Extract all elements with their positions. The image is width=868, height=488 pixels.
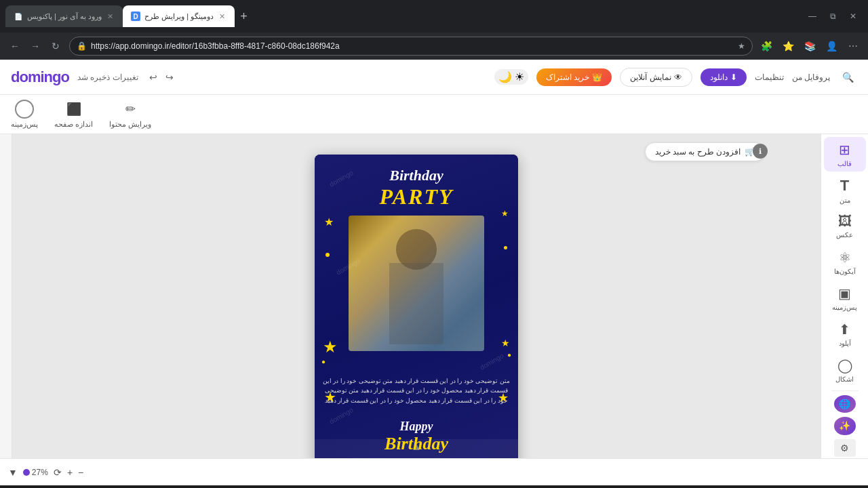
template-label: قالب: [837, 160, 852, 167]
dot-deco-1: [326, 253, 330, 257]
sidebar-text[interactable]: T متن: [824, 173, 866, 207]
settings-sidebar-button[interactable]: ⚙: [834, 439, 856, 457]
download-button[interactable]: ⬇ دانلود: [701, 68, 747, 86]
add-to-cart-button[interactable]: 🛒 افزودن طرح به سبد خرید: [645, 142, 765, 161]
tab-2[interactable]: D دومینگو | ویرایش طرح ✕: [123, 5, 235, 27]
star-left-mid: ★: [323, 338, 338, 357]
undo-redo-controls: ↩ ↪: [146, 69, 176, 85]
profile-button[interactable]: 👤: [822, 37, 841, 56]
background-sidebar-icon: ▣: [838, 285, 851, 302]
app-header: domingo تغییرات ذخیره شد ↩ ↪ 🌙 ☀ 👑 خرید …: [0, 60, 868, 95]
ai-magic-button[interactable]: ✨: [834, 417, 856, 434]
right-sidebar: ⊞ قالب T متن 🖼 عکس ⚛ آیکون‌ها ▣ پس‌زمینه…: [821, 134, 868, 458]
toolbar-page-size[interactable]: ⬛ اندازه صفحه: [54, 100, 93, 129]
toolbar-edit-content[interactable]: ✏ ویرایش محتوا: [109, 100, 151, 129]
toolbar-background[interactable]: پس‌زمینه: [11, 100, 38, 129]
sidebar-background-item[interactable]: ▣ پس‌زمینه: [824, 281, 866, 316]
zoom-in-button[interactable]: +: [67, 467, 73, 478]
taskbar: ⊞ 🔍 Type here to search ⧉ 🧑 🌐 📁 📋 🧲 🌏 🦊 …: [0, 485, 868, 488]
nav-controls: ← → ↻: [5, 37, 65, 56]
birthday-text: Birthday: [380, 167, 454, 184]
tab-1[interactable]: 📄 ورود به آی نور | پاکنویس ✕: [5, 5, 123, 27]
refresh-button[interactable]: ↻: [46, 37, 65, 56]
ai-assist-button[interactable]: 🌐: [834, 395, 856, 413]
favorites-button[interactable]: ⭐: [778, 37, 797, 56]
crown-icon: 👑: [592, 73, 602, 82]
birthday-footer-text: Birthday: [384, 434, 448, 454]
dot-deco-2: [504, 246, 507, 249]
preview-button[interactable]: 👁 نمایش آنلاین: [620, 68, 692, 87]
url-display: https://app.domingo.ir/editor/16b3fbba-8…: [91, 41, 734, 51]
window-controls: — ⧉ ✕: [803, 7, 863, 26]
buy-label: خرید اشتراک: [546, 73, 589, 82]
maximize-button[interactable]: ⧉: [823, 7, 842, 26]
star-right-mid: ★: [501, 338, 510, 348]
preview-label: نمایش آنلاین: [630, 73, 671, 82]
zoom-reset-button[interactable]: ⟳: [54, 467, 62, 478]
close-button[interactable]: ✕: [844, 7, 863, 26]
redo-button[interactable]: ↪: [163, 69, 176, 85]
icons-label: آیکون‌ها: [834, 268, 856, 275]
light-mode-icon: ☀: [515, 70, 524, 83]
buy-subscription-button[interactable]: 👑 خرید اشتراک: [536, 68, 612, 86]
zoom-out-button[interactable]: −: [78, 467, 83, 478]
star-bottom-right: ★: [498, 390, 509, 405]
sidebar-shapes[interactable]: ◯ اشکال: [824, 353, 866, 388]
forward-button[interactable]: →: [26, 37, 45, 56]
persian-text: متن توضیحی خود را در این قسمت قرار دهید …: [321, 376, 511, 405]
theme-toggle[interactable]: 🌙 ☀: [494, 69, 528, 85]
template-icon: ⊞: [839, 142, 850, 158]
canvas-area: 🛒 افزودن طرح به سبد خرید ℹ domingo domin…: [12, 134, 821, 458]
shapes-label: اشکال: [835, 375, 854, 383]
add-to-cart-label: افزودن طرح به سبد خرید: [655, 147, 741, 157]
star-bottom-left: ★: [324, 389, 336, 405]
search-button[interactable]: 🔍: [838, 68, 857, 87]
photo-label: عکس: [836, 231, 853, 239]
main-content: 🛒 افزودن طرح به سبد خرید ℹ domingo domin…: [0, 134, 868, 458]
toolbar: پس‌زمینه ⬛ اندازه صفحه ✏ ویرایش محتوا: [0, 95, 868, 134]
browser-tab-bar: 📄 ورود به آی نور | پاکنویس ✕ D دومینگو |…: [0, 0, 868, 33]
photo-icon: 🖼: [838, 214, 852, 229]
eye-icon: 👁: [674, 73, 682, 82]
design-title: Birthday PARTY: [380, 167, 454, 209]
icons-icon: ⚛: [839, 249, 851, 266]
new-tab-button[interactable]: +: [235, 7, 253, 26]
tab2-favicon: D: [131, 12, 140, 21]
extensions-button[interactable]: 🧩: [757, 37, 776, 56]
tab2-label: دومینگو | ویرایش طرح: [144, 12, 214, 21]
sidebar-photo[interactable]: 🖼 عکس: [824, 209, 866, 243]
design-footer: Happy Birthday: [384, 420, 448, 454]
back-button[interactable]: ←: [5, 37, 24, 56]
profile-button[interactable]: پروفایل من: [792, 73, 830, 82]
sidebar-upload[interactable]: ⬆ آپلود: [824, 317, 866, 352]
sidebar-icons[interactable]: ⚛ آیکون‌ها: [824, 245, 866, 279]
collections-button[interactable]: 📚: [800, 37, 819, 56]
zoom-level: 27%: [23, 468, 48, 477]
minimize-button[interactable]: —: [803, 7, 822, 26]
background-circle: [15, 100, 34, 119]
sidebar-divider: [831, 390, 859, 391]
save-status: تغییرات ذخیره شد: [77, 73, 138, 82]
tab2-close[interactable]: ✕: [218, 11, 226, 22]
tab-list: 📄 ورود به آی نور | پاکنویس ✕ D دومینگو |…: [5, 5, 253, 28]
design-photo: [349, 216, 484, 351]
more-button[interactable]: ⋯: [844, 37, 863, 56]
happy-text: Happy: [384, 420, 448, 434]
browser-action-buttons: 🧩 ⭐ 📚 👤 ⋯: [757, 37, 863, 56]
upload-label: آپلود: [839, 340, 851, 347]
settings-button[interactable]: تنظیمات: [755, 73, 784, 82]
address-bar[interactable]: 🔒 https://app.domingo.ir/editor/16b3fbba…: [69, 37, 753, 56]
info-button[interactable]: ℹ: [753, 144, 768, 159]
tab1-close[interactable]: ✕: [106, 11, 115, 22]
edit-content-icon: ✏: [121, 100, 140, 119]
sidebar-template[interactable]: ⊞ قالب: [824, 137, 866, 171]
shapes-icon: ◯: [837, 357, 852, 373]
dot-left: ●: [321, 358, 326, 365]
bottom-bar: ▼ 27% ⟳ + −: [0, 458, 868, 485]
zoom-arrow[interactable]: ▼: [8, 467, 18, 478]
undo-button[interactable]: ↩: [146, 69, 160, 85]
photo-content: [349, 216, 484, 351]
background-sidebar-label: پس‌زمینه: [832, 304, 857, 311]
page-size-icon: ⬛: [64, 100, 83, 119]
text-icon: T: [840, 177, 849, 195]
